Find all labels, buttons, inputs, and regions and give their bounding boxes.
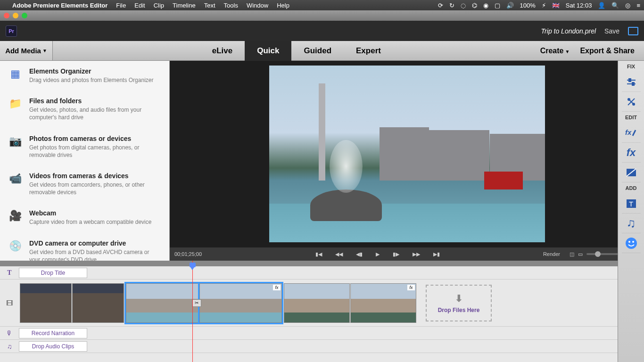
timeline-clip-2b[interactable]: fx [199, 283, 282, 323]
effects-brush-icon[interactable]: fx [622, 123, 641, 143]
sidebar-section-add: ADD [626, 182, 637, 194]
create-label: Create [540, 47, 564, 55]
clock[interactable]: Sat 12:03 [566, 2, 592, 9]
drop-files-zone[interactable]: ⬇ Drop Files Here [426, 285, 492, 321]
messages-icon[interactable]: ◌ [461, 2, 466, 9]
video-frame[interactable] [269, 66, 545, 242]
create-button[interactable]: Create▼ [540, 47, 570, 55]
media-item-title: Videos from cameras & devices [29, 172, 162, 180]
app-name[interactable]: Adobe Premiere Elements Editor [12, 2, 107, 9]
menu-text[interactable]: Text [204, 2, 215, 9]
media-item-desc: Get video from a DVD based AVCHD camera … [29, 248, 162, 261]
music-note-icon[interactable]: ♫ [0, 343, 19, 350]
fx-badge-icon: fx [273, 285, 281, 290]
timeline-clip-3b[interactable]: fx [350, 283, 416, 323]
aspect-icon[interactable]: ▭ [578, 251, 583, 257]
scissors-cut-icon[interactable]: ✂ [192, 299, 201, 307]
timecode-display[interactable]: 00;01;25;00 [174, 251, 217, 257]
volume-icon[interactable]: 🔊 [506, 2, 514, 9]
fast-forward-button[interactable]: ▶▶ [413, 251, 420, 257]
playback-controlbar: 00;01;25;00 ▮◀ ◀◀ ◀▮ ▶ ▮▶ ▶▶ ▶▮ Render ◫… [170, 247, 644, 261]
menu-tools[interactable]: Tools [224, 2, 238, 9]
chevron-down-icon: ▼ [42, 48, 47, 53]
goto-end-button[interactable]: ▶▮ [433, 251, 440, 257]
add-media-photos-camera[interactable]: 📷 Photos from cameras or devices Get pho… [0, 128, 169, 165]
fullscreen-icon[interactable] [628, 27, 638, 35]
tab-expert[interactable]: Expert [344, 41, 393, 61]
window-minimize-button[interactable] [13, 13, 18, 18]
titles-text-icon[interactable]: T [622, 194, 641, 214]
tools-wrench-icon[interactable] [622, 92, 641, 112]
menu-edit[interactable]: Edit [134, 2, 145, 9]
tab-quick[interactable]: Quick [245, 41, 291, 61]
add-media-button[interactable]: Add Media▼ [0, 41, 53, 60]
tab-elive[interactable]: eLive [200, 41, 245, 61]
export-share-button[interactable]: Export & Share [580, 47, 635, 55]
timeline-clip-3a[interactable] [284, 283, 350, 323]
timeline-clip-1b[interactable] [72, 283, 124, 323]
step-forward-button[interactable]: ▮▶ [393, 251, 399, 257]
drop-title-zone[interactable]: Drop Title [19, 268, 87, 278]
svg-point-12 [626, 238, 637, 249]
wifi-icon[interactable]: ◉ [483, 2, 488, 9]
dvd-icon: 💿 [8, 239, 23, 253]
add-media-videos-camera[interactable]: 📹 Videos from cameras & devices Get vide… [0, 165, 169, 203]
siri-icon[interactable]: ◎ [625, 2, 630, 9]
program-monitor: 00;01;25;00 ▮◀ ◀◀ ◀▮ ▶ ▮▶ ▶▶ ▶▮ Render ◫… [170, 61, 644, 261]
workspace-tabs: eLive Quick Guided Expert [53, 41, 540, 61]
save-button[interactable]: Save [604, 27, 619, 35]
menu-file[interactable]: File [116, 2, 126, 9]
play-button[interactable]: ▶ [376, 251, 380, 257]
battery-icon[interactable]: ⚡︎ [542, 2, 546, 9]
user-icon[interactable]: 👤 [598, 2, 605, 9]
add-media-dvd[interactable]: 💿 DVD camera or computer drive Get video… [0, 233, 169, 261]
graphics-smiley-icon[interactable] [622, 233, 641, 253]
safe-margins-icon[interactable]: ◫ [570, 251, 574, 257]
menu-timeline[interactable]: Timeline [173, 2, 196, 9]
goto-start-button[interactable]: ▮◀ [315, 251, 322, 257]
audio-track: ♫ Drop Audio Clips [0, 340, 644, 353]
timeline-ruler[interactable] [0, 261, 644, 266]
adjust-sliders-icon[interactable] [622, 72, 641, 92]
timemachine-icon[interactable]: ↻ [449, 2, 454, 9]
window-zoom-button[interactable] [22, 13, 27, 18]
menu-help[interactable]: Help [277, 2, 289, 9]
app-logo-icon: Pr [6, 25, 17, 37]
music-icon[interactable]: ♫ [622, 214, 641, 233]
media-item-title: Files and folders [29, 97, 162, 105]
svg-rect-2 [629, 79, 631, 82]
app-topbar: Pr Trip to London.prel Save [0, 21, 644, 41]
timeline-clip-2a[interactable] [126, 283, 199, 323]
battery-percent[interactable]: 100% [520, 2, 536, 9]
drop-audio-zone[interactable]: Drop Audio Clips [19, 341, 87, 352]
rewind-button[interactable]: ◀◀ [335, 251, 343, 257]
menu-window[interactable]: Window [247, 2, 268, 9]
fx-badge-icon: fx [407, 285, 415, 290]
add-media-webcam[interactable]: 🎥 Webcam Capture video from a webcam com… [0, 203, 169, 232]
media-item-desc: Get photos from digital cameras, phones,… [29, 144, 162, 159]
menu-clip[interactable]: Clip [154, 2, 164, 9]
transitions-icon[interactable] [622, 163, 641, 182]
sidebar-section-fix: FIX [627, 61, 635, 72]
render-button[interactable]: Render [538, 251, 565, 257]
video-track-icon[interactable]: 🎞 [0, 299, 19, 307]
airplay-icon[interactable]: ▢ [495, 2, 500, 9]
sync-icon[interactable]: ⟳ [438, 2, 443, 9]
tab-guided[interactable]: Guided [291, 41, 344, 61]
bluetooth-icon[interactable]: ⌬ [472, 2, 477, 9]
svg-rect-3 [632, 82, 634, 85]
notification-center-icon[interactable]: ≡ [636, 2, 640, 9]
input-flag[interactable]: 🇬🇧 [552, 2, 560, 9]
add-media-files-folders[interactable]: 📁 Files and folders Get videos, photos, … [0, 90, 169, 128]
title-track-icon[interactable]: T [0, 269, 19, 277]
spotlight-icon[interactable]: 🔍 [611, 2, 619, 9]
video-track: 🎞 fx ✂ fx ⬇ Drop Files Here [0, 280, 644, 327]
playhead[interactable] [192, 261, 193, 362]
window-close-button[interactable] [4, 13, 9, 18]
fx-icon[interactable]: fx [622, 143, 641, 163]
timeline-clip-1a[interactable] [20, 283, 72, 323]
step-back-button[interactable]: ◀▮ [356, 251, 363, 257]
add-media-elements-organizer[interactable]: ▦ Elements Organizer Drag videos and pho… [0, 61, 169, 90]
record-narration-zone[interactable]: Record Narration [19, 328, 87, 338]
microphone-icon[interactable]: 🎙 [0, 329, 19, 337]
